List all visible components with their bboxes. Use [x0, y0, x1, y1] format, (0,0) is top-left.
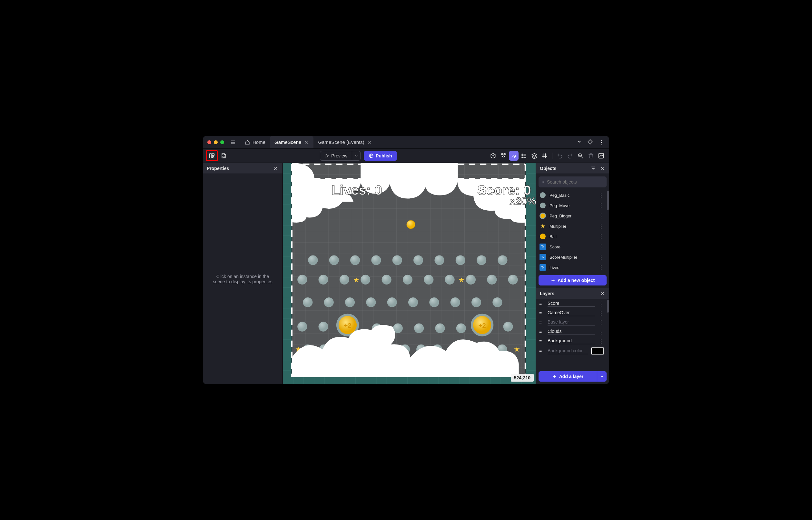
more-icon[interactable]: ⋮ [598, 320, 604, 326]
object-name: Lives [549, 265, 559, 270]
more-icon[interactable]: ⋮ [598, 223, 604, 229]
objects-panel: Objects Peg_Basic⋮Peg_Move⋮Peg_Bigger⋮★M… [536, 163, 609, 288]
more-icon[interactable]: ⋮ [598, 310, 604, 316]
close-icon[interactable] [304, 140, 309, 145]
extensions-icon[interactable] [587, 139, 593, 146]
object-row[interactable]: Peg_Basic⋮ [536, 190, 607, 200]
star-icon[interactable]: ★ [353, 277, 359, 284]
scene-canvas[interactable]: Lives: 0 Score: 0 x25% ★ [283, 163, 536, 384]
drag-handle-icon[interactable]: = [539, 329, 544, 335]
svg-point-71 [451, 297, 460, 307]
object-row[interactable]: Ball⋮ [536, 231, 607, 242]
star-icon[interactable]: ★ [459, 277, 464, 284]
svg-point-82 [435, 323, 445, 333]
svg-point-15 [522, 154, 523, 155]
chevron-down-icon[interactable] [576, 139, 582, 146]
hud-lives: Lives: 0 [331, 183, 382, 198]
tab-events-label: GameScene (Events) [318, 139, 364, 145]
close-icon[interactable] [273, 165, 279, 171]
object-row[interactable]: Peg_Move⋮ [536, 200, 607, 211]
more-icon[interactable]: ⋮ [598, 192, 604, 198]
preview-button-group: Preview [320, 151, 360, 161]
layers-panel-icon[interactable] [530, 151, 539, 161]
svg-point-111 [540, 213, 545, 218]
objects-list: Peg_Basic⋮Peg_Move⋮Peg_Bigger⋮★Multiplie… [536, 190, 609, 272]
redo-button[interactable] [565, 151, 575, 161]
color-swatch[interactable] [591, 347, 604, 355]
add-object-button[interactable]: Add a new object [539, 275, 606, 285]
undo-button[interactable] [555, 151, 565, 161]
objects-panel-icon[interactable] [488, 151, 498, 161]
object-groups-icon[interactable] [498, 151, 508, 161]
add-layer-dropdown[interactable] [597, 371, 606, 382]
preview-label: Preview [331, 153, 347, 158]
layer-row[interactable]: =Background⋮ [536, 336, 607, 346]
scene-settings-icon[interactable] [596, 151, 606, 161]
scrollbar[interactable] [607, 191, 609, 210]
more-icon[interactable]: ⋮ [598, 139, 605, 146]
star-icon[interactable]: ★ [514, 345, 520, 353]
bonus-coin[interactable]: +2 [471, 314, 493, 336]
grid-icon[interactable] [540, 151, 549, 161]
preview-dropdown[interactable] [352, 151, 360, 161]
layer-row[interactable]: =Base layer⋮ [536, 318, 607, 327]
more-icon[interactable]: ⋮ [598, 254, 604, 260]
layer-row[interactable]: =GameOver⋮ [536, 308, 607, 318]
object-name: Peg_Bigger [549, 213, 571, 218]
tab-events[interactable]: GameScene (Events) [314, 136, 376, 148]
more-icon[interactable]: ⋮ [598, 203, 604, 208]
svg-point-48 [413, 255, 423, 265]
layer-row[interactable]: =Score⋮ [536, 299, 607, 308]
tab-home[interactable]: Home [240, 136, 270, 148]
close-icon[interactable] [599, 291, 605, 296]
more-icon[interactable]: ⋮ [598, 244, 604, 250]
preview-button[interactable]: Preview [320, 151, 352, 161]
search-input[interactable] [547, 179, 603, 184]
object-row[interactable]: TxScore⋮ [536, 242, 607, 252]
drag-handle-icon[interactable]: = [539, 320, 544, 325]
more-icon[interactable]: ⋮ [598, 301, 604, 307]
svg-point-69 [408, 297, 418, 307]
more-icon[interactable]: ⋮ [598, 213, 604, 219]
panels-toggle-button[interactable] [206, 150, 218, 161]
scene-ball[interactable] [407, 220, 415, 229]
menu-button[interactable] [228, 138, 238, 147]
properties-title: Properties [207, 166, 229, 171]
edit-layers-icon[interactable] [509, 151, 518, 161]
layer-name: Score [547, 301, 595, 307]
add-layer-button[interactable]: Add a layer [539, 371, 597, 382]
object-row[interactable]: ★Multiplier⋮ [536, 221, 607, 231]
tab-scene[interactable]: GameScene [270, 136, 314, 148]
close-icon[interactable] [599, 165, 605, 171]
drag-handle-icon[interactable]: = [539, 311, 544, 316]
scrollbar[interactable] [607, 300, 609, 313]
zoom-button[interactable] [576, 151, 585, 161]
svg-point-60 [445, 275, 455, 285]
svg-point-65 [324, 297, 334, 307]
svg-point-52 [497, 255, 507, 265]
more-icon[interactable]: ⋮ [598, 329, 604, 335]
svg-point-53 [297, 275, 307, 285]
more-icon[interactable]: ⋮ [598, 338, 604, 344]
minimize-window-icon[interactable] [214, 140, 218, 144]
maximize-window-icon[interactable] [220, 140, 224, 144]
publish-button[interactable]: Publish [364, 151, 397, 161]
close-icon[interactable] [367, 140, 372, 145]
delete-button[interactable] [586, 151, 596, 161]
more-icon[interactable]: ⋮ [598, 234, 604, 239]
svg-point-64 [303, 297, 313, 307]
drag-handle-icon[interactable]: = [539, 301, 544, 307]
filter-icon[interactable] [591, 165, 596, 171]
layer-row[interactable]: =Clouds⋮ [536, 327, 607, 336]
more-icon[interactable]: ⋮ [598, 264, 604, 270]
drag-handle-icon[interactable]: = [539, 339, 544, 344]
objects-search[interactable] [539, 177, 606, 187]
save-button[interactable] [219, 151, 228, 161]
object-row[interactable]: Peg_Bigger⋮ [536, 211, 607, 221]
instances-list-icon[interactable] [519, 151, 529, 161]
close-window-icon[interactable] [207, 140, 211, 144]
layer-row[interactable]: =Background color [536, 346, 607, 356]
object-row[interactable]: TxLives⋮ [536, 262, 607, 272]
drag-handle-icon[interactable]: = [539, 348, 544, 354]
object-row[interactable]: TxScoreMultiplier⋮ [536, 252, 607, 262]
